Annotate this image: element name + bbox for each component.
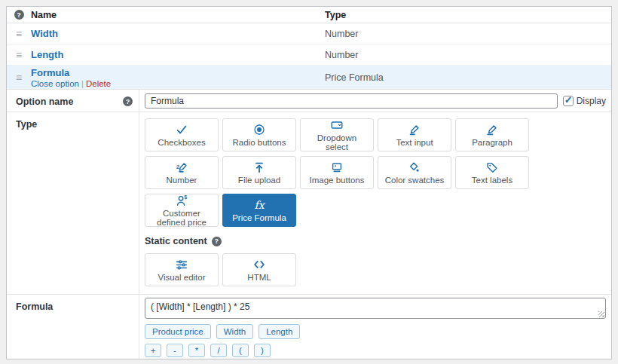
checkmark-icon [175,124,188,136]
radio-icon [253,124,265,136]
formula-label: Formula [16,301,53,312]
column-header-name: Name [31,10,325,20]
column-header-type: Type [325,10,611,20]
table-row: Width Number [7,23,611,44]
visual-editor-icon [175,258,188,271]
tag-icon [485,161,499,174]
type-button-visual-editor[interactable]: Visual editor [145,253,219,286]
operator-minus[interactable]: - [167,344,183,357]
upload-icon [252,161,266,174]
type-button-checkboxes[interactable]: Checkboxes [145,118,219,151]
type-button-file-upload[interactable]: File upload [222,156,296,189]
type-label: Type [16,119,37,130]
operator-divide[interactable]: / [210,344,227,357]
type-button-radio-buttons[interactable]: Radio buttons [222,118,296,151]
paragraph-pencil-icon [485,124,499,136]
display-checkbox[interactable] [563,96,574,106]
option-name-link[interactable]: Formula [31,67,69,78]
html-code-icon [252,258,266,271]
delete-option-link[interactable]: Delete [86,79,111,88]
option-name-row: Option name Display [7,89,611,112]
drag-handle-icon[interactable] [16,72,22,83]
type-button-customer-defined-price[interactable]: $ Customer defined price [145,194,219,227]
formula-textarea[interactable]: ( [Width] * [Length] ) * 25 [145,298,606,319]
drag-handle-icon[interactable] [16,29,22,39]
help-icon[interactable] [212,237,222,246]
operator-multiply[interactable]: * [188,344,205,357]
product-options-panel: Name Type Width Number Length Number For… [6,6,612,359]
option-type-value: Number [325,29,611,39]
operator-open-paren[interactable]: ( [232,344,249,357]
token-width[interactable]: Width [216,324,253,339]
svg-text:$: $ [184,194,187,200]
type-button-color-swatches[interactable]: Color swatches [378,156,451,189]
type-button-price-formula[interactable]: fx Price Formula [222,194,296,227]
option-name-link[interactable]: Width [31,28,58,39]
type-button-html[interactable]: HTML [222,253,296,286]
image-icon [330,161,344,174]
customer-price-icon: $ [175,194,188,207]
dropdown-icon [330,119,344,132]
display-checkbox-label: Display [577,96,606,106]
color-swatch-icon [408,161,421,174]
options-table-header: Name Type [7,7,611,23]
option-type-value: Number [325,50,611,60]
token-product-price[interactable]: Product price [145,324,211,339]
static-content-label: Static content [145,236,207,246]
fx-icon: fx [254,199,264,212]
table-row: Length Number [7,44,611,66]
action-separator: | [81,79,84,88]
type-grid: Checkboxes Radio buttons Dropdown select… [145,118,606,231]
formula-operators: + - * / ( ) [145,344,606,357]
resize-grip-icon[interactable] [598,311,604,317]
help-icon[interactable] [123,96,133,106]
number-pencil-icon: 2 [175,161,188,174]
type-button-number[interactable]: 2 Number [145,156,219,189]
table-row-active: Formula Close option|Delete Price Formul… [7,66,611,89]
option-name-link[interactable]: Length [31,49,63,60]
type-button-text-input[interactable]: Text input [378,118,451,151]
formula-tokens: Product price Width Length [145,324,606,339]
option-name-label: Option name [16,96,73,107]
option-type-value: Price Formula [325,72,611,83]
operator-close-paren[interactable]: ) [254,344,271,357]
option-name-input[interactable] [145,93,558,109]
help-icon[interactable] [14,10,24,20]
operator-plus[interactable]: + [145,344,161,357]
formula-row: Formula ( [Width] * [Length] ) * 25 Prod… [7,294,611,359]
pencil-icon [408,124,421,136]
type-button-text-labels[interactable]: Text labels [455,156,529,189]
type-button-image-buttons[interactable]: Image buttons [300,156,374,189]
token-length[interactable]: Length [259,324,300,339]
type-row: Type Checkboxes Radio buttons Dropdown s… [7,112,611,294]
close-option-link[interactable]: Close option [31,79,79,88]
type-button-dropdown-select[interactable]: Dropdown select [300,118,374,151]
type-button-paragraph[interactable]: Paragraph [455,118,529,151]
drag-handle-icon[interactable] [16,50,22,60]
static-content-grid: Visual editor HTML [145,253,606,291]
